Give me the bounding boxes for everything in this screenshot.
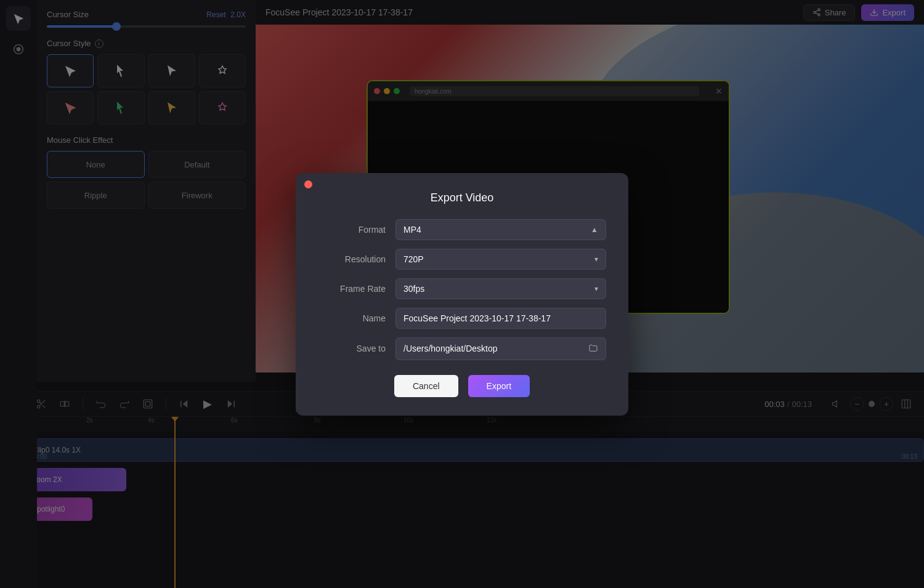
save-to-label: Save to — [318, 344, 386, 353]
modal-title: Export Video — [318, 191, 606, 204]
folder-icon — [588, 343, 598, 355]
modal-actions: Cancel Export — [318, 375, 606, 397]
cancel-button[interactable]: Cancel — [394, 375, 458, 397]
resolution-label: Resolution — [318, 254, 386, 264]
frame-rate-select[interactable]: 30fps ▾ — [395, 278, 606, 299]
save-to-row: Save to /Users/hongkiat/Desktop — [318, 337, 606, 360]
name-input[interactable] — [395, 308, 606, 329]
modal-close-button[interactable] — [304, 180, 312, 188]
resolution-row: Resolution 720P ▾ — [318, 249, 606, 270]
export-modal: Export Video Format MP4 ▲ Resolution 720… — [296, 173, 628, 416]
format-row: Format MP4 ▲ — [318, 219, 606, 240]
resolution-chevron-icon: ▾ — [594, 255, 598, 264]
modal-export-button[interactable]: Export — [468, 375, 530, 397]
resolution-select[interactable]: 720P ▾ — [395, 249, 606, 270]
format-label: Format — [318, 225, 386, 235]
save-to-field[interactable]: /Users/hongkiat/Desktop — [395, 337, 606, 360]
format-chevron-icon: ▲ — [591, 225, 598, 234]
name-label: Name — [318, 313, 386, 323]
resolution-value: 720P — [403, 254, 424, 264]
frame-rate-row: Frame Rate 30fps ▾ — [318, 278, 606, 299]
modal-overlay: Export Video Format MP4 ▲ Resolution 720… — [0, 0, 924, 588]
frame-rate-label: Frame Rate — [318, 284, 386, 294]
frame-rate-value: 30fps — [403, 284, 424, 294]
frame-rate-chevron-icon: ▾ — [594, 284, 598, 293]
format-value: MP4 — [403, 225, 421, 235]
name-row: Name — [318, 308, 606, 329]
save-to-value: /Users/hongkiat/Desktop — [403, 344, 498, 353]
format-select[interactable]: MP4 ▲ — [395, 219, 606, 240]
